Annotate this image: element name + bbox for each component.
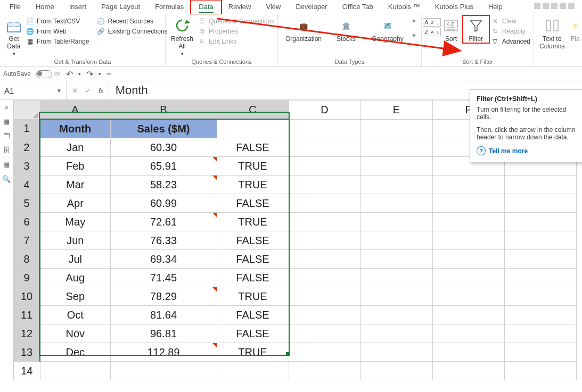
cell-F4[interactable] bbox=[432, 176, 504, 194]
cell-D5[interactable] bbox=[289, 194, 360, 213]
cell-B14[interactable] bbox=[110, 362, 217, 380]
sort-button[interactable]: A Z Sort bbox=[439, 16, 463, 43]
cell-F12[interactable] bbox=[432, 324, 504, 343]
from-web-button[interactable]: 🌐From Web bbox=[26, 27, 89, 36]
cell-F13[interactable] bbox=[432, 343, 504, 362]
cell-C14[interactable] bbox=[217, 362, 289, 380]
row-header-7[interactable]: 7 bbox=[14, 231, 40, 250]
tab-formulas[interactable]: Formulas bbox=[147, 1, 191, 14]
col-header-B[interactable]: B bbox=[110, 101, 217, 120]
tab-kutools[interactable]: Kutools ™ bbox=[381, 1, 428, 14]
cell-A3[interactable]: Feb bbox=[40, 157, 110, 176]
filter-button[interactable]: Filter bbox=[463, 16, 489, 43]
cell-D4[interactable] bbox=[289, 176, 360, 194]
scroll-down-icon[interactable]: ▾ bbox=[412, 31, 416, 39]
cell-A11[interactable]: Oct bbox=[40, 306, 110, 324]
cell-G14[interactable] bbox=[504, 362, 576, 380]
recent-sources-button[interactable]: 🕘Recent Sources bbox=[97, 17, 168, 26]
tab-help[interactable]: Help bbox=[481, 1, 510, 14]
cell-E9[interactable] bbox=[360, 269, 432, 287]
cell-F5[interactable] bbox=[432, 194, 504, 213]
existing-connections-button[interactable]: 🔗Existing Connections bbox=[97, 27, 168, 36]
pane-icon-3[interactable]: 🗄 bbox=[3, 146, 10, 154]
cell-B10[interactable]: 78.29 bbox=[110, 287, 217, 306]
cell-E10[interactable] bbox=[360, 287, 432, 306]
cell-G13[interactable] bbox=[504, 343, 576, 362]
redo-button[interactable]: ↷ bbox=[86, 69, 93, 79]
row-header-14[interactable]: 14 bbox=[14, 362, 40, 380]
cell-B2[interactable]: 60.30 bbox=[110, 138, 217, 157]
cell-C13[interactable]: TRUE bbox=[217, 343, 289, 362]
cell-C3[interactable]: TRUE bbox=[217, 157, 289, 176]
cell-A13[interactable]: Dec bbox=[40, 343, 110, 362]
stocks-button[interactable]: 🏛️ Stocks bbox=[329, 16, 363, 43]
select-all-corner[interactable] bbox=[14, 101, 40, 120]
tab-developer[interactable]: Developer bbox=[288, 1, 334, 14]
cell-F11[interactable] bbox=[432, 306, 504, 324]
row-header-9[interactable]: 9 bbox=[14, 269, 40, 287]
cell-C12[interactable]: FALSE bbox=[217, 324, 289, 343]
tab-insert[interactable]: Insert bbox=[62, 1, 94, 14]
row-header-6[interactable]: 6 bbox=[14, 213, 40, 231]
cell-E8[interactable] bbox=[360, 250, 432, 269]
advanced-filter-button[interactable]: ▽Advanced bbox=[491, 37, 530, 46]
cell-F7[interactable] bbox=[432, 231, 504, 250]
cell-D6[interactable] bbox=[289, 213, 360, 231]
row-header-13[interactable]: 13 bbox=[14, 343, 40, 362]
cell-A12[interactable]: Nov bbox=[40, 324, 110, 343]
pane-icon-4[interactable]: ▦ bbox=[3, 161, 10, 169]
cell-D14[interactable] bbox=[289, 362, 360, 380]
fx-icon[interactable]: fx bbox=[99, 87, 103, 95]
cell-F6[interactable] bbox=[432, 213, 504, 231]
cell-D8[interactable] bbox=[289, 250, 360, 269]
cell-D7[interactable] bbox=[289, 231, 360, 250]
cell-A6[interactable]: May bbox=[40, 213, 110, 231]
cell-C10[interactable]: TRUE bbox=[217, 287, 289, 306]
redo-dropdown[interactable]: ▾ bbox=[99, 71, 101, 77]
cell-G8[interactable] bbox=[504, 250, 576, 269]
cell-B13[interactable]: 112.89 bbox=[110, 343, 217, 362]
cell-B11[interactable]: 81.64 bbox=[110, 306, 217, 324]
tab-page-layout[interactable]: Page Layout bbox=[94, 1, 147, 14]
cell-E12[interactable] bbox=[360, 324, 432, 343]
cell-A1[interactable]: Month bbox=[40, 119, 110, 138]
cell-E6[interactable] bbox=[360, 213, 432, 231]
organization-button[interactable]: 💼 Organization bbox=[281, 16, 326, 43]
tab-data[interactable]: Data bbox=[191, 1, 220, 14]
text-to-columns-button[interactable]: Text to Columns bbox=[537, 16, 567, 50]
cell-G10[interactable] bbox=[504, 287, 576, 306]
cell-B7[interactable]: 76.33 bbox=[110, 231, 217, 250]
cell-G5[interactable] bbox=[504, 194, 576, 213]
cell-A14[interactable] bbox=[40, 362, 110, 380]
from-text-csv-button[interactable]: 📄From Text/CSV bbox=[26, 17, 89, 26]
cell-D11[interactable] bbox=[289, 306, 360, 324]
cell-A7[interactable]: Jun bbox=[40, 231, 110, 250]
row-header-11[interactable]: 11 bbox=[14, 306, 40, 324]
queries-connections-button[interactable]: ☰Queries & Connections bbox=[198, 17, 274, 26]
cell-E7[interactable] bbox=[360, 231, 432, 250]
cell-C6[interactable]: TRUE bbox=[217, 213, 289, 231]
cell-E14[interactable] bbox=[360, 362, 432, 380]
cell-A5[interactable]: Apr bbox=[40, 194, 110, 213]
cell-A10[interactable]: Sep bbox=[40, 287, 110, 306]
pane-icon-2[interactable]: 🗔 bbox=[3, 132, 10, 140]
cell-B9[interactable]: 71.45 bbox=[110, 269, 217, 287]
row-header-5[interactable]: 5 bbox=[14, 194, 40, 213]
enter-formula-icon[interactable]: ✓ bbox=[85, 87, 91, 95]
cell-E5[interactable] bbox=[360, 194, 432, 213]
cell-E11[interactable] bbox=[360, 306, 432, 324]
sort-asc-button[interactable]: AZ↓ bbox=[423, 18, 441, 27]
cell-A8[interactable]: Jul bbox=[40, 250, 110, 269]
cell-G9[interactable] bbox=[504, 269, 576, 287]
autosave-toggle[interactable] bbox=[36, 70, 52, 78]
cell-E4[interactable] bbox=[360, 176, 432, 194]
cell-C7[interactable]: FALSE bbox=[217, 231, 289, 250]
cell-F8[interactable] bbox=[432, 250, 504, 269]
name-box[interactable]: A1 ▼ bbox=[0, 81, 67, 99]
geography-button[interactable]: 🗺️ Geography bbox=[366, 16, 409, 43]
col-header-A[interactable]: A bbox=[40, 101, 110, 120]
row-header-1[interactable]: 1 bbox=[14, 119, 40, 138]
row-header-12[interactable]: 12 bbox=[14, 324, 40, 343]
from-table-range-button[interactable]: ▦From Table/Range bbox=[26, 37, 89, 46]
cell-A4[interactable]: Mar bbox=[40, 176, 110, 194]
